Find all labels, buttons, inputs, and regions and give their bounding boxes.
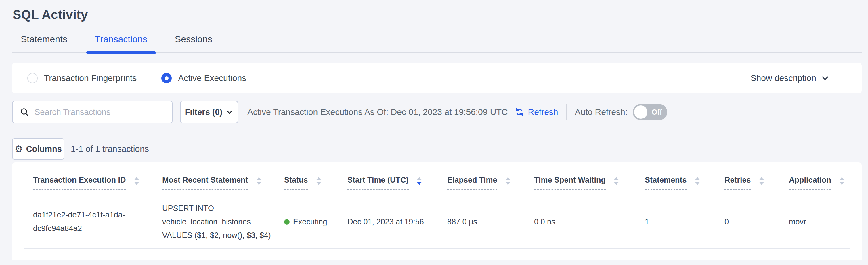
chevron-down-icon bbox=[821, 74, 830, 82]
show-description-label: Show description bbox=[751, 73, 816, 83]
column-header-application[interactable]: Application bbox=[789, 176, 831, 189]
tab-bar: Statements Transactions Sessions bbox=[12, 30, 862, 53]
cell-statements: 1 bbox=[636, 195, 715, 248]
status-executing-icon bbox=[284, 219, 290, 225]
cell-retries: 0 bbox=[715, 195, 780, 248]
view-mode-radio-group: Transaction Fingerprints Active Executio… bbox=[27, 73, 246, 83]
cell-status: Executing bbox=[275, 195, 338, 248]
columns-label: Columns bbox=[26, 144, 62, 154]
table-header-row: Transaction Execution ID Most Recent Sta… bbox=[24, 162, 850, 195]
cell-elapsed-time: 887.0 µs bbox=[438, 195, 525, 248]
filters-label: Filters (0) bbox=[185, 107, 223, 117]
radio-label: Transaction Fingerprints bbox=[44, 73, 136, 83]
sort-icon[interactable] bbox=[614, 177, 619, 185]
toggle-state-label: Off bbox=[652, 108, 662, 116]
page-header: SQL Activity bbox=[0, 0, 868, 22]
page-title: SQL Activity bbox=[13, 7, 862, 22]
column-header-retries[interactable]: Retries bbox=[724, 176, 751, 189]
transactions-table-card: Transaction Execution ID Most Recent Sta… bbox=[12, 162, 862, 260]
table-row[interactable]: da1f21e2-de71-4c1f-a1da-dc9fc94a84a2 UPS… bbox=[24, 195, 850, 248]
toolbar: Filters (0) Active Transaction Execution… bbox=[12, 101, 862, 123]
tab-sessions[interactable]: Sessions bbox=[166, 30, 221, 52]
sort-icon[interactable] bbox=[316, 177, 321, 185]
refresh-label: Refresh bbox=[528, 107, 558, 117]
toolbar-divider bbox=[566, 104, 567, 121]
tab-transactions[interactable]: Transactions bbox=[86, 30, 156, 52]
search-input[interactable] bbox=[34, 107, 166, 117]
show-description-button[interactable]: Show description bbox=[751, 73, 830, 83]
radio-unselected-icon[interactable] bbox=[27, 73, 38, 83]
tab-statements[interactable]: Statements bbox=[12, 30, 76, 52]
column-header-time-spent-waiting[interactable]: Time Spent Waiting bbox=[534, 176, 606, 189]
table-controls: ⚙ Columns 1-1 of 1 transactions bbox=[12, 138, 862, 160]
cell-time-spent-waiting: 0.0 ns bbox=[525, 195, 636, 248]
view-mode-card: Transaction Fingerprints Active Executio… bbox=[12, 63, 862, 93]
search-icon bbox=[20, 107, 29, 117]
column-header-elapsed-time[interactable]: Elapsed Time bbox=[447, 176, 497, 189]
column-header-status[interactable]: Status bbox=[284, 176, 308, 189]
refresh-icon bbox=[514, 107, 525, 117]
radio-transaction-fingerprints[interactable]: Transaction Fingerprints bbox=[27, 73, 136, 83]
radio-selected-icon[interactable] bbox=[161, 73, 172, 83]
cell-application: movr bbox=[780, 195, 850, 248]
sort-icon-active-desc[interactable] bbox=[417, 177, 422, 185]
toggle-knob bbox=[634, 105, 647, 119]
sort-icon[interactable] bbox=[759, 177, 764, 185]
column-header-statements[interactable]: Statements bbox=[645, 176, 687, 189]
auto-refresh-label: Auto Refresh: bbox=[575, 107, 627, 117]
as-of-text: Active Transaction Executions As Of: Dec… bbox=[247, 107, 508, 117]
sort-icon[interactable] bbox=[505, 177, 510, 185]
sort-icon[interactable] bbox=[839, 177, 844, 185]
column-header-start-time[interactable]: Start Time (UTC) bbox=[347, 176, 409, 189]
radio-active-executions[interactable]: Active Executions bbox=[161, 73, 246, 83]
status-label: Executing bbox=[293, 215, 327, 229]
cell-transaction-execution-id[interactable]: da1f21e2-de71-4c1f-a1da-dc9fc94a84a2 bbox=[24, 195, 153, 248]
results-count: 1-1 of 1 transactions bbox=[71, 144, 149, 154]
sort-icon[interactable] bbox=[695, 177, 700, 185]
refresh-button[interactable]: Refresh bbox=[514, 107, 558, 117]
auto-refresh-toggle[interactable]: Off bbox=[633, 104, 667, 120]
columns-button[interactable]: ⚙ Columns bbox=[12, 138, 64, 160]
sort-icon[interactable] bbox=[256, 177, 261, 185]
column-header-transaction-execution-id[interactable]: Transaction Execution ID bbox=[33, 176, 126, 189]
sort-icon[interactable] bbox=[134, 177, 139, 185]
search-box[interactable] bbox=[12, 101, 173, 123]
filters-button[interactable]: Filters (0) bbox=[180, 101, 238, 123]
radio-label: Active Executions bbox=[178, 73, 246, 83]
cell-most-recent-statement: UPSERT INTO vehicle_location_histories V… bbox=[153, 195, 275, 248]
column-header-most-recent-statement[interactable]: Most Recent Statement bbox=[162, 176, 248, 189]
transactions-table: Transaction Execution ID Most Recent Sta… bbox=[24, 162, 850, 249]
gear-icon: ⚙ bbox=[15, 144, 23, 154]
cell-start-time: Dec 01, 2023 at 19:56 bbox=[338, 195, 438, 248]
chevron-down-icon bbox=[226, 108, 233, 116]
